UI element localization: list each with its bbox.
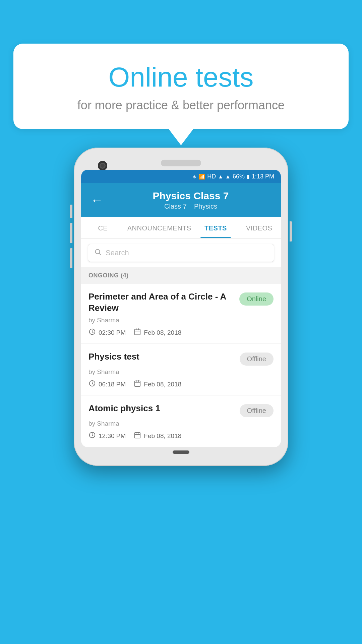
- status-badge: Offline: [240, 353, 274, 366]
- header-title-area: Physics Class 7 Class 7 Physics: [110, 190, 272, 210]
- tabs-container: CE ANNOUNCEMENTS TESTS VIDEOS: [81, 217, 281, 238]
- meta-time: 06:18 PM: [88, 380, 126, 389]
- svg-line-1: [99, 253, 101, 255]
- phone-screen: ∗ 📶 HD ▲ ▲ 66% ▮ 1:13 PM ← Physics Class…: [81, 170, 281, 447]
- vibrate-icon: 📶: [198, 173, 205, 180]
- clock-icon: [88, 431, 96, 441]
- test-meta: 02:30 PM Feb 08, 201: [88, 328, 274, 337]
- volume-silent-button: [70, 205, 72, 218]
- test-time: 06:18 PM: [99, 381, 126, 388]
- test-meta: 12:30 PM Feb 08, 201: [88, 431, 274, 441]
- meta-time: 12:30 PM: [88, 431, 126, 441]
- screen-title: Physics Class 7: [110, 190, 272, 202]
- svg-rect-3: [135, 329, 140, 335]
- calendar-icon: [134, 431, 141, 441]
- back-button[interactable]: ←: [90, 193, 103, 208]
- test-date: Feb 08, 2018: [144, 329, 181, 336]
- power-button: [290, 221, 292, 241]
- home-indicator: [173, 450, 189, 454]
- meta-date: Feb 08, 2018: [134, 380, 181, 389]
- subtitle-subject: Physics: [194, 203, 217, 210]
- time-display: 1:13 PM: [252, 173, 274, 180]
- battery-icon: ▮: [247, 173, 250, 180]
- test-author: by Sharma: [88, 368, 274, 376]
- front-camera: [98, 161, 107, 170]
- speech-bubble-container: Online tests for more practice & better …: [13, 44, 349, 129]
- test-item[interactable]: Atomic physics 1 Offline by Sharma: [81, 395, 281, 447]
- test-title: Atomic physics 1: [88, 403, 240, 414]
- status-badge: Offline: [240, 404, 274, 417]
- test-date: Feb 08, 2018: [144, 381, 181, 388]
- phone-mockup: ∗ 📶 HD ▲ ▲ 66% ▮ 1:13 PM ← Physics Class…: [74, 148, 288, 466]
- clock-icon: [88, 328, 96, 337]
- subtitle-class: Class 7: [164, 203, 187, 210]
- volume-up-button: [70, 223, 72, 243]
- test-title: Perimeter and Area of a Circle - A Revie…: [88, 291, 239, 314]
- phone-outer: ∗ 📶 HD ▲ ▲ 66% ▮ 1:13 PM ← Physics Class…: [74, 148, 288, 466]
- speech-bubble: Online tests for more practice & better …: [13, 44, 349, 129]
- test-title: Physics test: [88, 351, 240, 363]
- phone-top-bar: [81, 155, 281, 170]
- status-badge: Online: [239, 292, 274, 306]
- test-item[interactable]: Physics test Offline by Sharma: [81, 344, 281, 395]
- tab-videos[interactable]: VIDEOS: [237, 217, 281, 238]
- app-header: ← Physics Class 7 Class 7 Physics: [81, 183, 281, 217]
- bluetooth-icon: ∗: [192, 173, 196, 180]
- test-author: by Sharma: [88, 317, 274, 324]
- phone-bottom-bar: [81, 447, 281, 459]
- test-item-top: Perimeter and Area of a Circle - A Revie…: [88, 291, 274, 314]
- bubble-title: Online tests: [34, 62, 328, 92]
- wifi-icon: ▲: [218, 174, 223, 180]
- tab-ce[interactable]: CE: [81, 217, 125, 238]
- battery-percent: 66%: [233, 173, 245, 180]
- screen-subtitle: Class 7 Physics: [110, 203, 272, 210]
- status-bar: ∗ 📶 HD ▲ ▲ 66% ▮ 1:13 PM: [81, 170, 281, 183]
- test-item[interactable]: Perimeter and Area of a Circle - A Revie…: [81, 284, 281, 344]
- status-icons: ∗ 📶 HD ▲ ▲ 66% ▮ 1:13 PM: [192, 173, 274, 180]
- meta-date: Feb 08, 2018: [134, 431, 181, 441]
- search-icon: [94, 248, 102, 258]
- bubble-subtitle: for more practice & better performance: [34, 98, 328, 112]
- calendar-icon: [134, 328, 141, 337]
- clock-icon: [88, 380, 96, 389]
- svg-rect-8: [135, 381, 140, 386]
- test-date: Feb 08, 2018: [144, 432, 181, 440]
- meta-date: Feb 08, 2018: [134, 328, 181, 337]
- tab-announcements[interactable]: ANNOUNCEMENTS: [125, 217, 194, 238]
- tab-tests[interactable]: TESTS: [194, 217, 238, 238]
- hd-label: HD: [207, 173, 216, 180]
- test-item-top: Atomic physics 1 Offline: [88, 403, 274, 417]
- calendar-icon: [134, 380, 141, 389]
- test-meta: 06:18 PM Feb 08, 201: [88, 380, 274, 389]
- svg-rect-13: [135, 432, 140, 438]
- volume-down-button: [70, 248, 72, 268]
- test-time: 02:30 PM: [99, 329, 126, 336]
- search-placeholder: Search: [106, 249, 129, 257]
- test-time: 12:30 PM: [99, 432, 126, 440]
- meta-time: 02:30 PM: [88, 328, 126, 337]
- earpiece-speaker: [161, 160, 201, 166]
- signal-icon: ▲: [225, 174, 231, 180]
- search-bar[interactable]: Search: [88, 244, 274, 262]
- test-item-top: Physics test Offline: [88, 351, 274, 366]
- search-container: Search: [81, 238, 281, 267]
- test-list: Perimeter and Area of a Circle - A Revie…: [81, 284, 281, 447]
- ongoing-section-header: ONGOING (4): [81, 267, 281, 284]
- test-author: by Sharma: [88, 420, 274, 427]
